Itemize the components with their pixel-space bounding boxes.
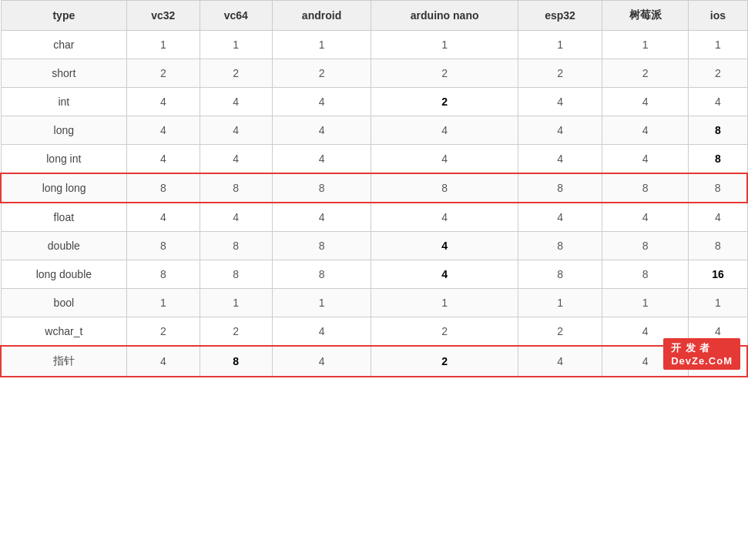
table-cell: 8	[200, 173, 272, 203]
table-cell: 4	[602, 203, 689, 232]
table-cell: 1	[602, 31, 689, 59]
table-cell: 4	[518, 346, 602, 377]
table-cell: char	[1, 31, 127, 59]
table-cell: 4	[518, 88, 602, 116]
table-cell: 8	[602, 173, 689, 203]
table-cell: 8	[127, 173, 200, 203]
table-cell: 4	[371, 260, 518, 289]
table-cell: long int	[1, 145, 127, 174]
table-cell: 4	[127, 346, 200, 377]
table-cell: 8	[200, 232, 272, 260]
table-cell: 1	[272, 31, 371, 59]
table-cell: 4	[518, 145, 602, 174]
table-cell: 8	[127, 260, 200, 289]
table-cell: 1	[518, 289, 602, 317]
table-cell: 4	[518, 116, 602, 145]
table-cell: 8	[602, 232, 689, 260]
table-cell: 8	[127, 232, 200, 260]
table-cell: 2	[518, 317, 602, 347]
table-cell: 2	[689, 59, 747, 88]
table-cell: 1	[272, 289, 371, 317]
table-cell: 2	[127, 317, 200, 347]
table-cell: 4	[200, 88, 272, 116]
table-cell: 4	[602, 88, 689, 116]
table-cell: 1	[371, 31, 518, 59]
table-cell: 4	[272, 346, 371, 377]
table-cell: 4	[272, 317, 371, 347]
table-cell: 1	[200, 289, 272, 317]
table-row: 指针4842444	[1, 346, 747, 377]
table-row: wchar_t2242244	[1, 317, 747, 347]
data-types-table: type vc32 vc64 android arduino nano esp3…	[0, 0, 748, 377]
table-cell: 4	[272, 145, 371, 174]
table-cell: 8	[272, 232, 371, 260]
table-cell: bool	[1, 289, 127, 317]
table-row: float4444444	[1, 203, 747, 232]
table-cell: 8	[689, 145, 747, 174]
col-arduino-nano: arduino nano	[371, 1, 518, 31]
table-cell: 2	[371, 59, 518, 88]
col-type: type	[1, 1, 127, 31]
table-cell: 4	[602, 145, 689, 174]
table-cell: 4	[371, 232, 518, 260]
table-cell: 2	[371, 346, 518, 377]
table-cell: 4	[272, 203, 371, 232]
table-cell: 8	[371, 173, 518, 203]
table-cell: float	[1, 203, 127, 232]
table-cell: 1	[689, 289, 747, 317]
table-cell: 4	[127, 88, 200, 116]
table-cell: 8	[518, 173, 602, 203]
col-esp32: esp32	[518, 1, 602, 31]
table-cell: 16	[689, 260, 747, 289]
table-cell: double	[1, 232, 127, 260]
table-cell: 4	[272, 116, 371, 145]
col-android: android	[272, 1, 371, 31]
table-row: int4442444	[1, 88, 747, 116]
col-ios: ios	[689, 1, 747, 31]
table-cell: 8	[272, 260, 371, 289]
table-cell: 4	[371, 116, 518, 145]
table-cell: 1	[518, 31, 602, 59]
table-cell: 2	[127, 59, 200, 88]
header-row: type vc32 vc64 android arduino nano esp3…	[1, 1, 747, 31]
table-cell: 2	[371, 317, 518, 347]
table-cell: 2	[200, 317, 272, 347]
table-row: bool1111111	[1, 289, 747, 317]
table-row: long4444448	[1, 116, 747, 145]
table-cell: 8	[689, 173, 747, 203]
table-cell: 4	[272, 88, 371, 116]
watermark: 开 发 者DevZe.CoM	[663, 338, 740, 370]
table-cell: 2	[272, 59, 371, 88]
table-cell: int	[1, 88, 127, 116]
table-row: double8884888	[1, 232, 747, 260]
table-cell: 2	[200, 59, 272, 88]
table-cell: 1	[127, 289, 200, 317]
col-vc64: vc64	[200, 1, 272, 31]
table-cell: 8	[272, 173, 371, 203]
table-cell: 8	[689, 232, 747, 260]
table-cell: long	[1, 116, 127, 145]
table-cell: 1	[689, 31, 747, 59]
col-vc32: vc32	[127, 1, 200, 31]
table-cell: wchar_t	[1, 317, 127, 347]
table-cell: 4	[200, 145, 272, 174]
table-cell: 4	[602, 116, 689, 145]
table-cell: 1	[602, 289, 689, 317]
table-cell: 4	[200, 203, 272, 232]
table-cell: 4	[689, 88, 747, 116]
table-row: long long8888888	[1, 173, 747, 203]
table-cell: 4	[127, 203, 200, 232]
table-cell: 2	[602, 59, 689, 88]
table-cell: short	[1, 59, 127, 88]
table-cell: 指针	[1, 346, 127, 377]
table-cell: 1	[200, 31, 272, 59]
table-cell: long double	[1, 260, 127, 289]
table-cell: 8	[200, 260, 272, 289]
table-cell: 8	[602, 260, 689, 289]
table-cell: long long	[1, 173, 127, 203]
table-cell: 8	[518, 260, 602, 289]
table-row: char1111111	[1, 31, 747, 59]
table-cell: 4	[689, 203, 747, 232]
table-cell: 1	[371, 289, 518, 317]
table-cell: 8	[689, 116, 747, 145]
